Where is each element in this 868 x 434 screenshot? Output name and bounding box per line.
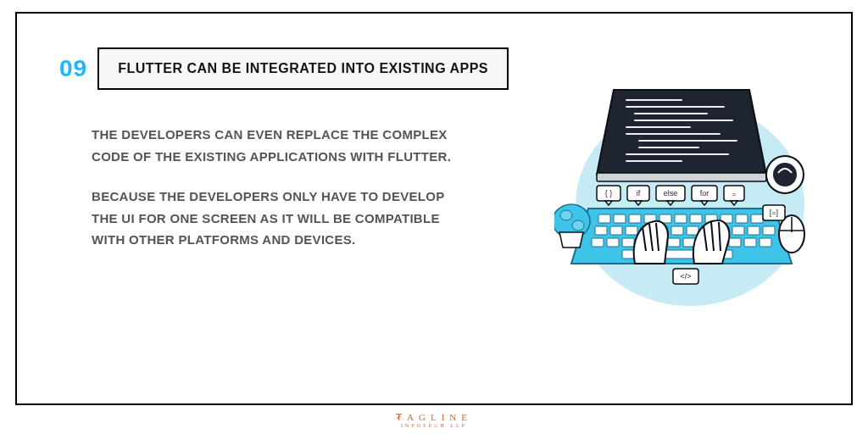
svg-rect-17 (675, 214, 687, 223)
svg-rect-29 (687, 226, 698, 235)
heading-row: 09 FLUTTER CAN BE INTEGRATED INTO EXISTI… (59, 47, 537, 90)
svg-rect-37 (622, 238, 634, 247)
svg-rect-13 (614, 214, 626, 223)
slide-title: FLUTTER CAN BE INTEGRATED INTO EXISTING … (97, 47, 509, 90)
svg-rect-33 (748, 226, 760, 235)
svg-rect-35 (592, 238, 604, 247)
slide-frame: 09 FLUTTER CAN BE INTEGRATED INTO EXISTI… (15, 12, 853, 405)
svg-point-58 (773, 163, 797, 186)
bubble-square-icon: [=] (763, 205, 785, 220)
svg-rect-21 (736, 214, 748, 223)
coffee-cup-icon (766, 156, 804, 193)
svg-text:</>: </> (680, 272, 691, 281)
svg-rect-25 (626, 226, 637, 235)
svg-rect-45 (744, 238, 756, 247)
svg-text:[=]: [=] (770, 209, 778, 217)
svg-rect-46 (760, 238, 771, 247)
svg-rect-1 (597, 173, 766, 181)
developer-illustration: { } if else for = [=] </> (554, 73, 809, 310)
bubble-tag-icon: </> (673, 269, 698, 284)
body-text: THE DEVELOPERS CAN EVEN REPLACE THE COMP… (59, 124, 466, 251)
svg-point-55 (560, 210, 572, 220)
svg-text:else: else (664, 189, 678, 198)
svg-rect-32 (732, 226, 744, 235)
keyboard-icon (571, 209, 792, 264)
svg-text:{ }: { } (605, 189, 613, 198)
svg-rect-40 (668, 238, 680, 247)
svg-rect-23 (595, 226, 607, 235)
svg-text:for: for (700, 189, 709, 198)
text-column: 09 FLUTTER CAN BE INTEGRATED INTO EXISTI… (59, 47, 537, 270)
brand-name: ₮AGLINE (396, 412, 472, 422)
paragraph-1: THE DEVELOPERS CAN EVEN REPLACE THE COMP… (92, 124, 466, 167)
svg-rect-18 (690, 214, 702, 223)
svg-rect-44 (729, 238, 741, 247)
paragraph-2: BECAUSE THE DEVELOPERS ONLY HAVE TO DEVE… (92, 186, 466, 251)
brand-subtitle: INFOTECH LLP (396, 423, 472, 429)
svg-rect-28 (671, 226, 683, 235)
svg-rect-12 (598, 214, 610, 223)
svg-rect-14 (629, 214, 641, 223)
svg-point-56 (572, 220, 584, 231)
svg-rect-36 (607, 238, 619, 247)
svg-rect-34 (763, 226, 775, 235)
svg-rect-24 (610, 226, 622, 235)
monitor-icon (597, 90, 766, 181)
slide-number: 09 (59, 55, 87, 82)
content-row: 09 FLUTTER CAN BE INTEGRATED INTO EXISTI… (59, 47, 809, 310)
svg-text:if: if (637, 189, 641, 198)
brand-logo: ₮AGLINE INFOTECH LLP (396, 412, 472, 429)
svg-rect-22 (751, 214, 763, 223)
svg-text:=: = (732, 190, 736, 198)
